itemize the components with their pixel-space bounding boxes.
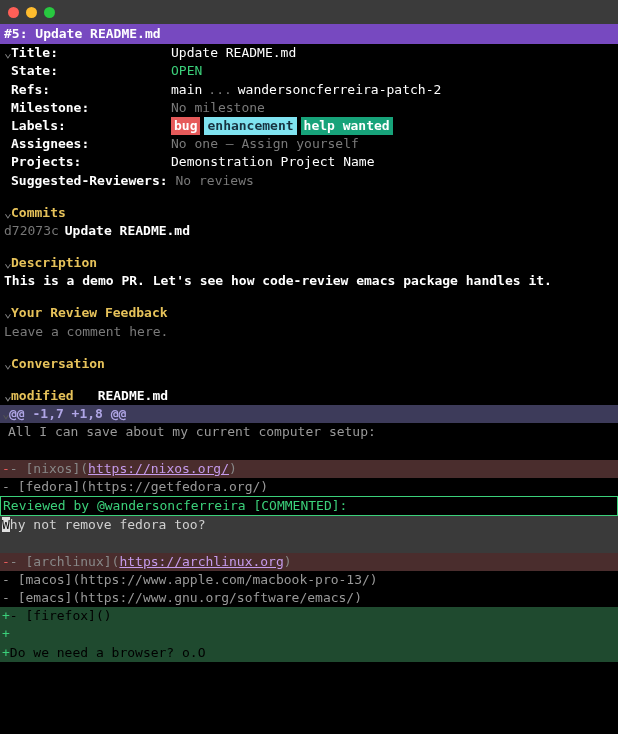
label-bug[interactable]: bug [171, 117, 200, 135]
diff-deleted-line: -- [archlinux](https://archlinux.org) [0, 553, 618, 571]
caret-icon[interactable]: ⌄ [4, 387, 11, 405]
diff-deleted-line: -- [nixos](https://nixos.org/) [0, 460, 618, 478]
minimize-window-icon[interactable] [26, 7, 37, 18]
meta-state: State: OPEN [4, 62, 614, 80]
review-comment-blank [0, 535, 618, 553]
state-value: OPEN [171, 62, 202, 80]
description-section[interactable]: ⌄ Description [4, 254, 614, 272]
feedback-section[interactable]: ⌄ Your Review Feedback [4, 304, 614, 322]
meta-title: ⌄ Title: Update README.md [4, 44, 614, 62]
diff-keep-line: - [fedora](https://getfedora.org/) [0, 478, 618, 496]
diff-hunk-text: @@ -1,7 +1,8 @@ [9, 406, 126, 421]
diff-added-line: +Do we need a browser? o.O [0, 644, 618, 662]
label-enhancement[interactable]: enhancement [204, 117, 296, 135]
commit-hash: d72073c [4, 222, 59, 240]
reviewers-value[interactable]: No reviews [176, 172, 254, 190]
meta-assignees: Assignees: No one – Assign yourself [4, 135, 614, 153]
assignees-label: Assignees: [11, 135, 171, 153]
pr-header: #5: Update README.md [0, 24, 618, 44]
commit-message: Update README.md [65, 222, 190, 240]
caret-icon[interactable]: ⌄ [4, 304, 11, 322]
milestone-label: Milestone: [11, 99, 171, 117]
caret-icon[interactable]: ⌄ [4, 204, 11, 222]
pr-header-title: #5: Update README.md [4, 26, 161, 41]
reviewers-label: Suggested-Reviewers: [11, 172, 168, 190]
meta-refs: Refs: main ... wandersoncferreira-patch-… [4, 81, 614, 99]
feedback-input[interactable]: Leave a comment here. [4, 323, 614, 341]
conversation-section[interactable]: ⌄ Conversation [4, 355, 614, 373]
milestone-value[interactable]: No milestone [171, 99, 265, 117]
labels-label: Labels: [11, 117, 171, 135]
feedback-heading: Your Review Feedback [11, 304, 168, 322]
meta-milestone: Milestone: No milestone [4, 99, 614, 117]
caret-icon[interactable]: ⌄ [4, 355, 11, 373]
modified-label: modified [11, 387, 74, 405]
label-help-wanted[interactable]: help wanted [301, 117, 393, 135]
assignees-value[interactable]: No one – Assign yourself [171, 135, 359, 153]
title-value: Update README.md [171, 44, 296, 62]
window-titlebar [0, 0, 618, 24]
diff-blank [0, 442, 618, 460]
plus-icon: + [2, 645, 10, 660]
review-comment[interactable]: Why not remove fedora too? [0, 516, 618, 534]
diff-hunk-header[interactable]: ⌄@@ -1,7 +1,8 @@ [0, 405, 618, 423]
fullscreen-window-icon[interactable] [44, 7, 55, 18]
commit-item[interactable]: d72073c Update README.md [4, 222, 614, 240]
meta-reviewers: Suggested-Reviewers: No reviews [4, 172, 614, 190]
commits-section[interactable]: ⌄ Commits [4, 204, 614, 222]
diff-added-line: +- [firefox]() [0, 607, 618, 625]
diff-context-line: All I can save about my current computer… [0, 423, 618, 441]
projects-label: Projects: [11, 153, 171, 171]
modified-filename: README.md [98, 387, 168, 405]
modified-file-section[interactable]: ⌄ modified README.md [4, 387, 614, 405]
commits-heading: Commits [11, 204, 66, 222]
cursor-icon: W [2, 517, 10, 532]
plus-icon: + [2, 626, 10, 641]
description-body: This is a demo PR. Let's see how code-re… [4, 272, 614, 290]
meta-projects: Projects: Demonstration Project Name [4, 153, 614, 171]
projects-value[interactable]: Demonstration Project Name [171, 153, 375, 171]
diff-keep-line: - [emacs](https://www.gnu.org/software/e… [0, 589, 618, 607]
link-archlinux[interactable]: https://archlinux.org [119, 554, 283, 569]
description-heading: Description [11, 254, 97, 272]
refs-base: main [171, 81, 202, 99]
close-window-icon[interactable] [8, 7, 19, 18]
state-label: State: [11, 62, 171, 80]
refs-head: wandersoncferreira-patch-2 [238, 81, 442, 99]
diff-keep-line: - [macos](https://www.apple.com/macbook-… [0, 571, 618, 589]
refs-sep: ... [202, 81, 237, 99]
conversation-heading: Conversation [11, 355, 105, 373]
title-label: Title: [11, 44, 171, 62]
review-status[interactable]: Reviewed by @wandersoncferreira [COMMENT… [0, 496, 618, 516]
minus-icon: - [2, 554, 10, 569]
meta-labels: Labels: bug enhancement help wanted [4, 117, 614, 135]
refs-label: Refs: [11, 81, 171, 99]
diff-added-line: + [0, 625, 618, 643]
minus-icon: - [2, 461, 10, 476]
caret-icon[interactable]: ⌄ [4, 44, 11, 62]
caret-icon[interactable]: ⌄ [4, 254, 11, 272]
link-nixos[interactable]: https://nixos.org/ [88, 461, 229, 476]
plus-icon: + [2, 608, 10, 623]
caret-icon[interactable]: ⌄ [2, 405, 9, 423]
